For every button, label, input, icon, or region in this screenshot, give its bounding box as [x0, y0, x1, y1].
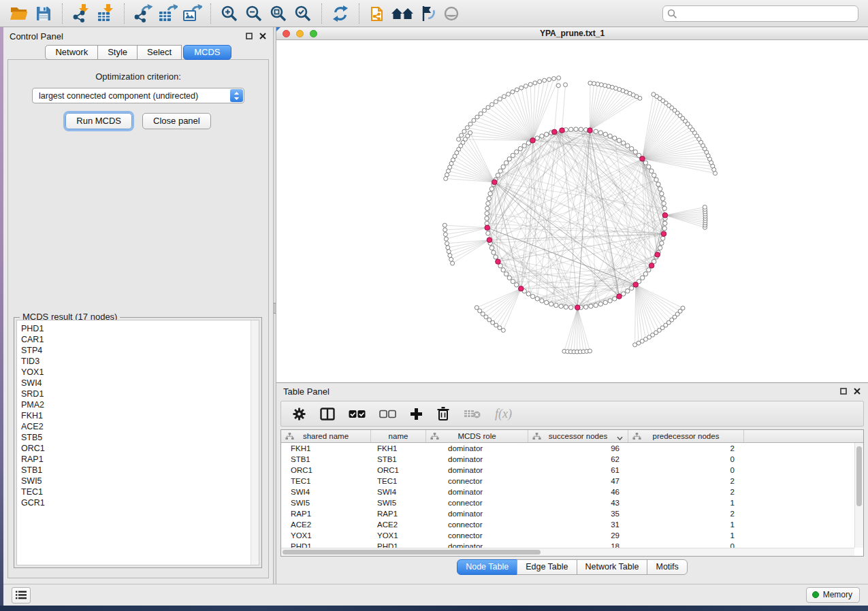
tab-motifs[interactable]: Motifs [647, 559, 687, 575]
vertical-scroll-thumb[interactable] [856, 446, 862, 506]
table-row[interactable]: ACE2ACE2connector311 [281, 519, 854, 530]
eye-button[interactable] [439, 2, 464, 25]
sort-desc-icon[interactable] [617, 434, 623, 442]
mcds-result-item[interactable]: SWI4 [17, 378, 259, 389]
flag-icon [417, 5, 436, 22]
table-row[interactable]: STB1STB1dominator620 [281, 454, 854, 465]
delete-column-button[interactable] [436, 405, 450, 423]
mcds-result-item[interactable]: YOX1 [17, 367, 259, 378]
table-row[interactable]: PHD1PHD1dominator180 [281, 541, 854, 548]
mcds-result-item[interactable]: FKH1 [17, 410, 259, 421]
table-settings-button[interactable] [292, 405, 306, 423]
show-column-panel-button[interactable] [320, 405, 335, 423]
column-header-successor-nodes[interactable]: successor nodes [528, 430, 628, 442]
run-mcds-button[interactable]: Run MCDS [65, 113, 132, 129]
column-header-shared-name[interactable]: shared name [281, 430, 371, 442]
mcds-result-item[interactable]: CAR1 [17, 334, 259, 345]
minimize-window-icon[interactable] [296, 30, 304, 37]
tab-mcds[interactable]: MCDS [183, 45, 231, 60]
close-panel-icon[interactable] [853, 387, 861, 395]
criterion-select[interactable]: largest connected component (undirected) [32, 88, 244, 103]
add-column-button[interactable] [410, 405, 423, 423]
select-all-button[interactable] [349, 405, 366, 423]
memory-button[interactable]: Memory [806, 587, 860, 603]
share-document-button[interactable] [366, 2, 390, 25]
hide-details-button[interactable] [415, 2, 439, 25]
table-horizontal-scrollbar[interactable] [281, 548, 854, 556]
tab-select[interactable]: Select [137, 45, 182, 60]
save-session-button[interactable] [31, 2, 56, 25]
table-cell: 0 [628, 466, 744, 474]
table-row[interactable]: RAP1RAP1dominator352 [281, 508, 854, 519]
table-row[interactable]: YOX1YOX1connector291 [281, 530, 854, 541]
mcds-result-item[interactable]: TEC1 [17, 486, 259, 497]
mcds-result-item[interactable]: STB1 [17, 465, 259, 476]
float-panel-icon[interactable] [839, 387, 848, 395]
show-panels-button[interactable] [12, 587, 31, 604]
deselect-all-button[interactable] [379, 405, 396, 423]
open-session-button[interactable] [7, 2, 31, 25]
table-cell: RAP1 [371, 510, 426, 518]
mcds-result-item[interactable]: PMA2 [17, 399, 259, 410]
table-cell: dominator [426, 510, 528, 518]
zoom-in-button[interactable] [217, 2, 242, 25]
column-header-label: predecessor nodes [653, 432, 720, 440]
column-header-label: shared name [303, 432, 349, 440]
mcds-result-item[interactable]: SWI5 [17, 476, 259, 486]
zoom-selected-icon [294, 5, 312, 22]
horizontal-scroll-thumb[interactable] [283, 550, 541, 555]
select-stepper-icon [230, 89, 243, 102]
zoom-selected-button[interactable] [291, 2, 315, 25]
tab-network[interactable]: Network [45, 45, 98, 60]
control-panel-tabs: NetworkStyleSelectMCDS [3, 45, 273, 60]
mcds-result-item[interactable]: STB5 [17, 432, 259, 443]
float-panel-icon[interactable] [245, 32, 253, 40]
mcds-result-item[interactable]: ACE2 [17, 421, 259, 432]
home-button[interactable] [390, 2, 415, 25]
table-row[interactable]: FKH1FKH1dominator962 [281, 443, 854, 454]
mcds-result-list[interactable]: PHD1CAR1STP4TID3YOX1SWI4SRD1PMA2FKH1ACE2… [16, 320, 259, 565]
column-header-name[interactable]: name [371, 430, 426, 442]
tab-network-table[interactable]: Network Table [577, 559, 648, 575]
close-window-icon[interactable] [283, 30, 290, 37]
zoom-fit-button[interactable] [266, 2, 291, 25]
search-input[interactable] [662, 5, 858, 22]
network-graph-svg[interactable] [276, 40, 868, 382]
export-table-button[interactable] [155, 2, 180, 25]
column-header-predecessor-nodes[interactable]: predecessor nodes [628, 430, 744, 442]
table-cell: STB1 [281, 455, 371, 463]
column-header-MCDS-role[interactable]: MCDS role [426, 430, 528, 442]
export-network-button[interactable] [131, 2, 155, 25]
apply-layout-button[interactable] [328, 2, 353, 25]
desktop-wallpaper-bottom [0, 606, 868, 611]
table-vertical-scrollbar[interactable] [854, 443, 863, 548]
tab-style[interactable]: Style [97, 45, 138, 60]
mcds-result-item[interactable]: GCR1 [17, 497, 259, 508]
export-image-button[interactable] [180, 2, 204, 25]
table-cell: 2 [628, 488, 744, 496]
node-table: shared namenameMCDS rolesuccessor nodesp… [280, 429, 864, 557]
splitter-grip-icon[interactable] [274, 303, 276, 314]
mcds-result-item[interactable]: STP4 [17, 345, 259, 356]
network-canvas[interactable] [276, 40, 868, 382]
zoom-out-button[interactable] [242, 2, 266, 25]
mcds-list-scrollbar[interactable] [251, 320, 259, 565]
mcds-result-item[interactable]: TID3 [17, 356, 259, 367]
mcds-result-item[interactable]: SRD1 [17, 389, 259, 399]
close-panel-button[interactable]: Close panel [142, 113, 211, 129]
close-panel-icon[interactable] [259, 32, 267, 40]
table-row[interactable]: SWI5SWI5connector431 [281, 497, 854, 508]
mcds-result-item[interactable]: PHD1 [17, 323, 259, 334]
node-table-header-row: shared namenameMCDS rolesuccessor nodesp… [281, 430, 863, 443]
table-cell: ACE2 [371, 521, 426, 529]
mcds-result-item[interactable]: ORC1 [17, 443, 259, 454]
tab-edge-table[interactable]: Edge Table [517, 559, 577, 575]
tab-node-table[interactable]: Node Table [457, 559, 517, 575]
import-table-button[interactable] [93, 2, 118, 25]
table-row[interactable]: ORC1ORC1dominator610 [281, 465, 854, 476]
table-row[interactable]: TEC1TEC1connector472 [281, 476, 854, 486]
maximize-window-icon[interactable] [310, 30, 317, 37]
table-row[interactable]: SWI4SWI4dominator462 [281, 486, 854, 497]
mcds-result-item[interactable]: RAP1 [17, 454, 259, 465]
import-network-button[interactable] [69, 2, 93, 25]
